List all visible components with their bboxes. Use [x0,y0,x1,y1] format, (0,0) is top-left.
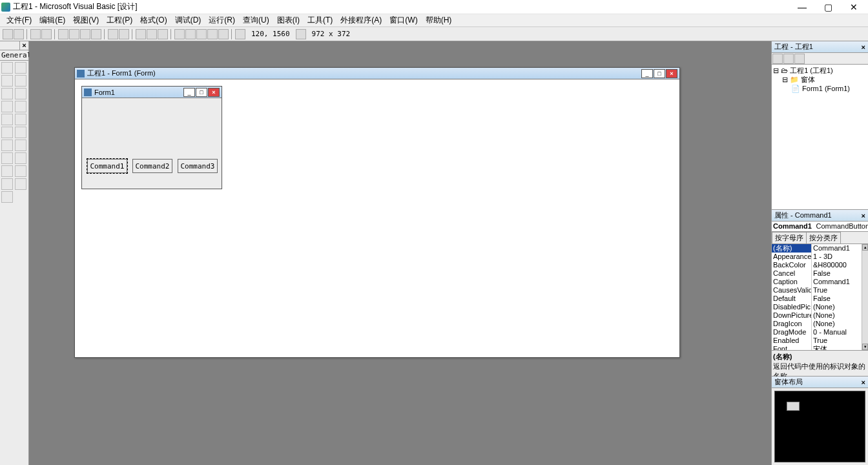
designer-title: 工程1 - Form1 (Form) [87,68,641,78]
prop-row[interactable]: Appearance1 - 3D [772,253,868,261]
prop-row[interactable]: CausesValidTrue [772,286,868,294]
tool-hscroll[interactable] [1,127,13,138]
prop-row[interactable]: DefaultFalse [772,294,868,303]
designer-min[interactable]: _ [641,69,653,78]
designer-window[interactable]: 工程1 - Form1 (Form) _ □ × Form1 _ □ × Com… [74,67,680,358]
command2-button[interactable]: Command2 [132,159,172,173]
tb-new[interactable] [3,29,13,39]
project-toggle[interactable] [794,54,805,64]
tool-timer[interactable] [1,140,13,151]
menu-file[interactable]: 文件(F) [3,14,36,27]
prop-row[interactable]: CancelFalse [772,269,868,278]
tool-frame[interactable] [1,88,13,99]
menu-view[interactable]: 视图(V) [69,14,103,27]
prop-row[interactable]: (名称)Command1 [772,244,868,253]
tool-picturebox[interactable] [15,62,26,74]
project-panel-title: 工程 - 工程1 × [772,41,868,53]
prop-row[interactable]: Font宋体 [772,345,868,351]
menu-debug[interactable]: 调试(D) [171,14,205,27]
prop-row[interactable]: DragMode0 - Manual [772,328,868,336]
tool-ole[interactable] [1,191,13,203]
command3-button[interactable]: Command3 [178,159,218,173]
tool-pointer[interactable] [1,62,13,74]
menu-tools[interactable]: 工具(T) [304,14,336,27]
menu-edit[interactable]: 编辑(E) [36,14,69,27]
tb-layout[interactable] [196,29,207,39]
form1-icon [84,88,92,96]
layout-mini-form[interactable] [787,402,800,411]
menu-window[interactable]: 窗口(W) [386,14,421,27]
tb-undo[interactable] [108,29,118,39]
prop-row[interactable]: DragIcon(None) [772,320,868,328]
tool-checkbox[interactable] [1,101,13,112]
tb-pos-icon [235,29,245,39]
form-designer[interactable]: Form1 _ □ × Command1 Command2 Command3 [81,86,222,189]
minimize-button[interactable]: — [789,0,815,14]
tool-textbox[interactable] [15,75,26,87]
project-viewobj[interactable] [783,54,794,64]
form1-max[interactable]: □ [196,88,207,97]
maximize-button[interactable]: ▢ [815,0,841,14]
tool-commandbutton[interactable] [15,88,26,99]
tb-find[interactable] [91,29,101,39]
project-tree[interactable]: ⊟ 🗁 工程1 (工程1) ⊟ 📁 窗体 📄 Form1 (Form1) [772,65,868,210]
tool-label[interactable] [1,75,13,87]
tool-data[interactable] [15,178,26,190]
tool-image[interactable] [1,178,13,190]
tb-copy[interactable] [69,29,79,39]
form1-title: Form1 [94,88,183,96]
toolbox-close[interactable]: × [19,41,28,50]
form1-close[interactable]: × [208,88,220,97]
tb-redo[interactable] [119,29,129,39]
designer-max[interactable]: □ [654,69,665,78]
tool-dirlist[interactable] [1,152,13,164]
menu-query[interactable]: 查询(U) [239,14,273,27]
designer-close[interactable]: × [666,69,677,78]
project-viewcode[interactable] [772,54,783,64]
menu-addins[interactable]: 外接程序(A) [336,14,386,27]
tb-cut[interactable] [58,29,68,39]
scroll-down[interactable]: ▾ [862,344,868,350]
menu-format[interactable]: 格式(O) [136,14,170,27]
prop-row[interactable]: EnabledTrue [772,336,868,345]
tool-optionbutton[interactable] [15,101,26,112]
props-tab-cat[interactable]: 按分类序 [806,232,841,243]
tb-obj[interactable] [207,29,218,39]
prop-row[interactable]: DownPicture(None) [772,311,868,320]
tb-prop[interactable] [185,29,196,39]
scroll-up[interactable]: ▴ [862,244,868,251]
close-button[interactable]: ✕ [841,0,867,14]
props-close[interactable]: × [862,212,865,220]
prop-row[interactable]: BackColor&H800000 [772,261,868,269]
tool-combobox[interactable] [1,114,13,125]
tool-filelist[interactable] [15,152,26,164]
tool-vscroll[interactable] [15,127,26,138]
form-layout-preview[interactable] [774,391,865,462]
tool-drivelist[interactable] [15,140,26,151]
menu-diagram[interactable]: 图表(I) [273,14,304,27]
props-object-select[interactable]: Command1 CommandButton▾ [772,222,868,232]
props-tab-alpha[interactable]: 按字母序 [772,232,807,243]
menu-help[interactable]: 帮助(H) [422,14,456,27]
form1-min[interactable]: _ [183,88,195,97]
tb-proj[interactable] [174,29,185,39]
menu-project[interactable]: 工程(P) [103,14,136,27]
props-grid[interactable]: ▴ ▾ (名称)Command1Appearance1 - 3DBackColo… [772,244,868,351]
command1-button[interactable]: Command1 [87,159,127,173]
prop-row[interactable]: DisabledPic(None) [772,303,868,311]
tb-tbx[interactable] [218,29,229,39]
tb-open[interactable] [30,29,41,39]
tb-paste[interactable] [80,29,90,39]
tb-save[interactable] [41,29,52,39]
tool-line[interactable] [15,165,26,177]
tool-listbox[interactable] [15,114,26,125]
tool-shape[interactable] [1,165,13,177]
tb-run[interactable] [136,29,146,39]
tb-stop[interactable] [158,29,168,39]
project-close[interactable]: × [862,43,865,51]
layout-close[interactable]: × [862,378,865,386]
tb-add[interactable] [14,29,24,39]
menu-run[interactable]: 运行(R) [205,14,239,27]
tb-pause[interactable] [147,29,157,39]
prop-row[interactable]: CaptionCommand1 [772,278,868,286]
